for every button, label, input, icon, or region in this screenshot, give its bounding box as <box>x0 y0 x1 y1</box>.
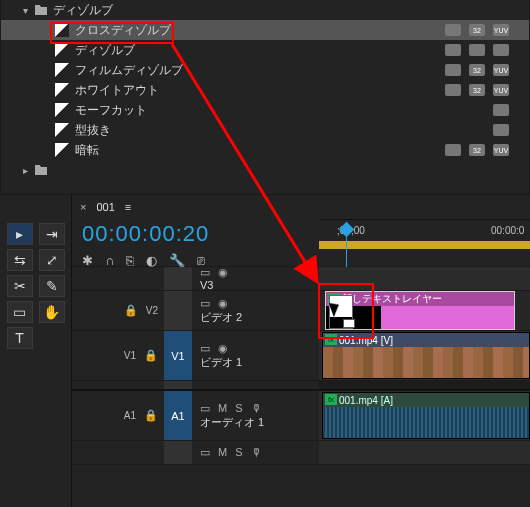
fx-badge-icon[interactable]: fx <box>325 394 337 405</box>
time-ruler[interactable]: ;00;00 00:00:0 <box>319 219 530 220</box>
timeline-tab-close-icon[interactable]: × <box>80 201 86 213</box>
mute-icon[interactable]: M <box>218 446 227 459</box>
track-header-v2[interactable]: 🔒 V2 ▭ ◉ ビデオ 2 <box>72 291 319 331</box>
markers-icon[interactable]: ⎘ <box>126 253 134 268</box>
badge-a <box>445 144 461 156</box>
track-eye-icon[interactable]: ◉ <box>218 342 228 355</box>
track-header-v3[interactable]: ▭ ◉ V3 <box>72 267 319 291</box>
lane-v3[interactable] <box>319 267 530 291</box>
lane-v1[interactable]: fx 001.mp4 [V] <box>319 331 530 381</box>
folder-label: ディゾルブ <box>53 2 529 19</box>
track-eye-icon[interactable]: ◉ <box>218 297 228 310</box>
transition-icon <box>55 143 69 157</box>
effect-item-crossdissolve[interactable]: クロスディゾルブ 32 YUV <box>1 20 529 40</box>
record-icon[interactable]: 🎙 <box>251 446 262 459</box>
timecode-display[interactable]: 00:00:00:20 <box>82 221 309 247</box>
lock-icon[interactable]: 🔒 <box>144 409 158 422</box>
track-output-icon[interactable]: ▭ <box>200 402 210 415</box>
lane-v2[interactable]: fx 新しテキストレイヤー <box>319 291 530 331</box>
clip-video[interactable]: fx 001.mp4 [V] <box>322 332 530 379</box>
track-toggle[interactable]: A1 <box>164 391 192 440</box>
effect-item-diptoblack[interactable]: 暗転 32 YUV <box>1 140 529 160</box>
lock-icon[interactable]: 🔒 <box>124 304 138 317</box>
track-output-icon[interactable]: ▭ <box>200 297 210 310</box>
work-area-bar[interactable] <box>319 241 530 249</box>
snap-icon[interactable]: ✱ <box>82 253 93 268</box>
transition-icon <box>55 83 69 97</box>
record-icon[interactable]: 🎙 <box>251 402 262 415</box>
ruler-tick: 00:00:0 <box>491 225 524 236</box>
timeline-header: 00:00:00:20 ✱ ∩ ⎘ ◐ 🔧 ⎚ ;00;00 00:00:0 <box>72 219 530 267</box>
badge-a <box>493 104 509 116</box>
effect-item-filmdissolve[interactable]: フィルムディゾルブ 32 YUV <box>1 60 529 80</box>
track-output-icon[interactable]: ▭ <box>200 342 210 355</box>
badge-accel <box>445 24 461 36</box>
lane-a1[interactable]: fx 001.mp4 [A] <box>319 391 530 441</box>
effect-label: モーフカット <box>75 102 487 119</box>
lock-icon[interactable]: 🔒 <box>144 349 158 362</box>
track-toggle[interactable] <box>164 291 192 330</box>
track-divider <box>72 381 319 391</box>
effects-folder-collapsed[interactable]: ▸ <box>1 160 529 180</box>
solo-icon[interactable]: S <box>235 402 242 415</box>
transition-icon <box>55 103 69 117</box>
track-select-tool[interactable]: ⇥ <box>39 223 65 245</box>
badge-yuv: YUV <box>493 84 509 96</box>
fx-badge-icon[interactable]: fx <box>325 334 337 345</box>
selection-tool[interactable]: ▸ <box>7 223 33 245</box>
effect-label: ディゾルブ <box>75 42 439 59</box>
effects-panel: ▾ ディゾルブ クロスディゾルブ 32 YUV ディゾルブ フィルムディゾルブ … <box>0 0 530 195</box>
track-toggle[interactable]: V1 <box>164 331 192 380</box>
pen-tool[interactable]: ✎ <box>39 275 65 297</box>
effect-item-whiteout[interactable]: ホワイトアウト 32 YUV <box>1 80 529 100</box>
effect-item-dissolve[interactable]: ディゾルブ <box>1 40 529 60</box>
timeline-tabs: × 001 ≡ <box>72 195 530 219</box>
rectangle-tool[interactable]: ▭ <box>7 301 33 323</box>
wrench-icon[interactable]: 🔧 <box>169 253 185 268</box>
track-header-a1[interactable]: A1 🔒 A1 ▭ M S 🎙 オーディオ 1 <box>72 391 319 441</box>
ripple-tool[interactable]: ⇆ <box>7 249 33 271</box>
mute-icon[interactable]: M <box>218 402 227 415</box>
clip-title: 001.mp4 [V] <box>339 335 393 346</box>
track-label: ビデオ 2 <box>200 310 311 325</box>
hand-tool[interactable]: ✋ <box>39 301 65 323</box>
effect-item-morphcut[interactable]: モーフカット <box>1 100 529 120</box>
track-header-a2[interactable]: ▭ M S 🎙 <box>72 441 319 465</box>
sequence-settings-icon[interactable]: ◐ <box>146 253 157 268</box>
razor-tool[interactable]: ✂ <box>7 275 33 297</box>
timeline-panel: ▸ ⇥ ⇆ ⤢ ✂ ✎ ▭ ✋ T × 001 ≡ 00:00:00:20 ✱ … <box>0 195 530 507</box>
track-label: V3 <box>200 279 311 291</box>
solo-icon[interactable]: S <box>235 446 242 459</box>
type-tool[interactable]: T <box>7 327 33 349</box>
effect-label: フィルムディゾルブ <box>75 62 439 79</box>
effect-item-shapecut[interactable]: 型抜き <box>1 120 529 140</box>
track-source-tag[interactable]: V2 <box>146 305 158 316</box>
effect-label: クロスディゾルブ <box>75 22 439 39</box>
effects-folder[interactable]: ▾ ディゾルブ <box>1 0 529 20</box>
effect-label: 暗転 <box>75 142 439 159</box>
track-header-v1[interactable]: V1 🔒 V1 ▭ ◉ ビデオ 1 <box>72 331 319 381</box>
track-output-icon[interactable]: ▭ <box>200 446 210 459</box>
track-output-icon[interactable]: ▭ <box>200 266 210 279</box>
lane-a2[interactable] <box>319 441 530 465</box>
track-headers: ▭ ◉ V3 🔒 V2 ▭ ◉ <box>72 267 319 507</box>
track-source-tag[interactable]: A1 <box>124 410 136 421</box>
rate-stretch-tool[interactable]: ⤢ <box>39 249 65 271</box>
track-toggle[interactable] <box>164 267 192 290</box>
clip-audio[interactable]: fx 001.mp4 [A] <box>322 392 530 439</box>
timeline-main: × 001 ≡ 00:00:00:20 ✱ ∩ ⎘ ◐ 🔧 ⎚ ;00;00 0… <box>72 195 530 507</box>
badge-32: 32 <box>469 24 485 36</box>
effect-label: 型抜き <box>75 122 487 139</box>
timeline-tab-title[interactable]: 001 <box>96 201 114 213</box>
clip-thumbnail <box>323 347 529 378</box>
badge-c <box>493 44 509 56</box>
clip-area[interactable]: fx 新しテキストレイヤー fx <box>319 267 530 507</box>
track-toggle[interactable] <box>164 441 192 464</box>
timeline-tab-menu-icon[interactable]: ≡ <box>125 201 131 213</box>
linked-selection-icon[interactable]: ∩ <box>105 253 114 268</box>
clip-title: 001.mp4 [A] <box>339 395 393 406</box>
track-label: ビデオ 1 <box>200 355 311 370</box>
transition-icon <box>55 23 69 37</box>
track-source-tag[interactable]: V1 <box>124 350 136 361</box>
track-eye-icon[interactable]: ◉ <box>218 266 228 279</box>
